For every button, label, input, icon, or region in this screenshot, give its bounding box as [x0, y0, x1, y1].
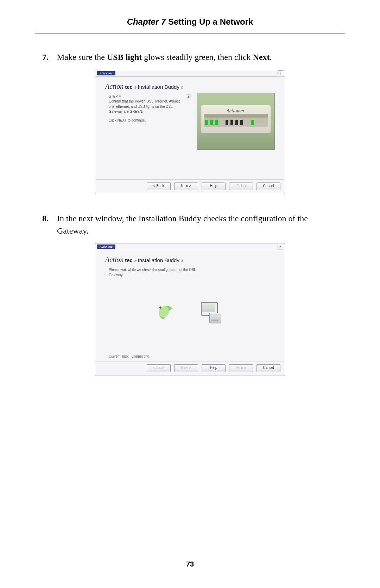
logo-tec: tec	[125, 84, 133, 90]
led-icon	[226, 120, 228, 125]
wizard-checking: Actiontec × Actiontec® Installation Budd…	[95, 243, 285, 376]
logo-script: Action	[105, 256, 124, 264]
wizard-content: ▴ STEP 4 Confirm that the Power, DSL, In…	[95, 93, 285, 179]
wizard-step4: Actiontec × Actiontec® Installation Budd…	[95, 70, 285, 194]
cancel-button[interactable]: Cancel	[256, 364, 280, 372]
led-icon	[235, 120, 238, 125]
brand-tag: Actiontec	[97, 71, 115, 75]
led-icon	[210, 120, 213, 125]
next-button: Next >	[174, 364, 198, 372]
led-icon	[205, 120, 208, 125]
finish-button: Finish	[229, 182, 253, 190]
close-icon[interactable]: ×	[278, 70, 283, 76]
step-text: In the next window, the Installation Bud…	[57, 212, 338, 237]
instruction-line: Click NEXT to continue.	[109, 118, 186, 123]
led-icon	[251, 120, 254, 125]
titlebar: Actiontec ×	[95, 243, 285, 250]
wizard-title: Actiontec® Installation Buddy®	[95, 250, 285, 266]
registered-icon: ®	[181, 86, 183, 89]
registered-icon: ®	[134, 259, 137, 263]
router-photo: Actiontec	[197, 93, 275, 150]
step-number: 7.	[42, 51, 57, 63]
help-button[interactable]: Help	[202, 182, 226, 190]
button-row: < Back Next > Help Finish Cancel	[95, 361, 285, 376]
activity-icon	[159, 306, 174, 320]
brand-tag: Actiontec	[97, 245, 115, 249]
header-rule	[35, 33, 345, 34]
titlebar: Actiontec ×	[95, 70, 285, 77]
device-brand: Actiontec	[201, 108, 271, 114]
checking-graphic	[95, 293, 285, 332]
help-button[interactable]: Help	[202, 364, 226, 372]
next-button[interactable]: Next >	[174, 182, 198, 190]
logo-script: Action	[105, 82, 124, 91]
led-icon	[230, 120, 233, 125]
registered-icon: ®	[134, 86, 137, 89]
finish-button: Finish	[229, 364, 253, 372]
back-button[interactable]: < Back	[147, 182, 171, 190]
instruction-text: Please wait while we check the configura…	[109, 267, 200, 278]
logo-tec: tec	[125, 257, 133, 263]
step-7: 7. Make sure the USB light glows steadil…	[42, 51, 338, 63]
step-label: STEP 4	[109, 94, 186, 99]
back-button: < Back	[147, 364, 171, 372]
chapter-label: Chapter 7	[127, 17, 166, 26]
close-icon[interactable]: ×	[278, 244, 283, 249]
scroll-up-icon[interactable]: ▴	[186, 94, 191, 99]
wizard-content: Please wait while we check the configura…	[95, 266, 285, 361]
status-text: Current Task : Connecting...	[109, 354, 152, 358]
registered-icon: ®	[181, 259, 183, 263]
app-title: Installation Buddy	[138, 257, 179, 263]
scrollbar[interactable]: ▴ ▾	[274, 93, 275, 149]
cancel-button[interactable]: Cancel	[256, 182, 280, 190]
app-title: Installation Buddy	[138, 84, 179, 90]
step-text: Make sure the USB light glows steadily g…	[57, 51, 338, 63]
led-icon	[240, 120, 243, 125]
page-number: 73	[0, 560, 380, 568]
button-row: < Back Next > Help Finish Cancel	[95, 179, 285, 194]
led-row	[205, 119, 266, 125]
computer-icon	[199, 302, 221, 323]
instruction-line: Confirm that the Power, DSL, Internet, A…	[109, 99, 186, 114]
led-icon	[215, 120, 218, 125]
page-header: Chapter 7 Setting Up a Network	[0, 0, 380, 27]
chapter-title: Setting Up a Network	[168, 17, 253, 26]
wizard-title: Actiontec® Installation Buddy®	[95, 77, 285, 93]
step-number: 8.	[42, 212, 57, 237]
instruction-line: Please wait while we check the configura…	[109, 267, 200, 278]
step-8: 8. In the next window, the Installation …	[42, 212, 338, 237]
instruction-text: ▴ STEP 4 Confirm that the Power, DSL, In…	[109, 94, 186, 123]
